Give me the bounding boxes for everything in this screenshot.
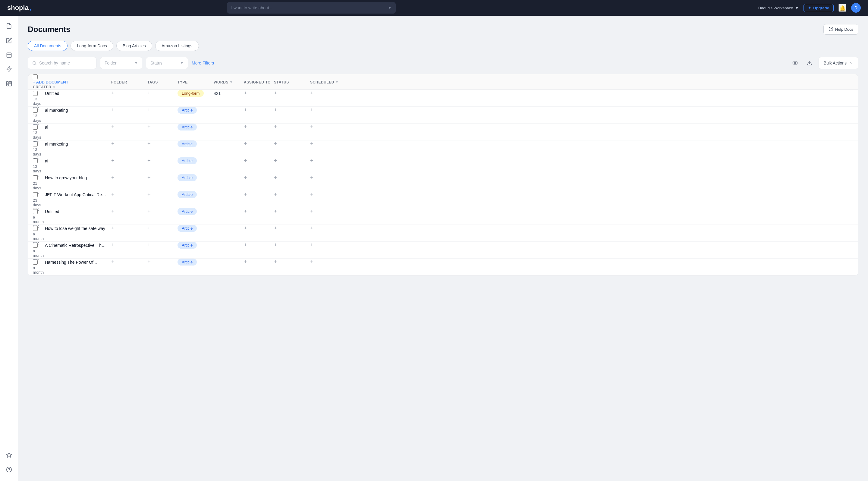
row-checkbox-cell[interactable]	[33, 192, 45, 197]
col-header-created[interactable]: CREATED ▼	[33, 85, 45, 89]
folder-add[interactable]: +	[111, 141, 147, 147]
folder-add[interactable]: +	[111, 225, 147, 231]
tab-amazon-listings[interactable]: Amazon Listings	[155, 41, 199, 51]
row-checkbox-cell[interactable]	[33, 260, 45, 265]
tags-add[interactable]: +	[147, 174, 178, 181]
assigned-add[interactable]: +	[244, 208, 274, 215]
row-checkbox-cell[interactable]	[33, 243, 45, 248]
status-add[interactable]: +	[274, 90, 310, 96]
tags-add[interactable]: +	[147, 90, 178, 96]
folder-add[interactable]: +	[111, 158, 147, 164]
assigned-add[interactable]: +	[244, 191, 274, 198]
doc-name[interactable]: ai	[45, 159, 111, 163]
sidebar-item-edit[interactable]	[3, 35, 15, 47]
row-checkbox[interactable]	[33, 209, 38, 214]
status-add[interactable]: +	[274, 191, 310, 198]
view-toggle-button[interactable]	[789, 58, 801, 68]
bulk-actions-button[interactable]: Bulk Actions	[818, 57, 858, 69]
doc-name[interactable]: ai	[45, 125, 111, 130]
tags-add[interactable]: +	[147, 107, 178, 113]
status-add[interactable]: +	[274, 225, 310, 231]
tags-add[interactable]: +	[147, 158, 178, 164]
status-add[interactable]: +	[274, 158, 310, 164]
sidebar-item-star[interactable]	[3, 450, 15, 462]
download-button[interactable]	[804, 58, 815, 68]
sidebar-item-bolt[interactable]	[3, 64, 15, 76]
doc-name[interactable]: How to lose weight the safe way	[45, 226, 111, 231]
tags-add[interactable]: +	[147, 259, 178, 265]
row-checkbox[interactable]	[33, 175, 38, 180]
row-checkbox[interactable]	[33, 192, 38, 197]
row-checkbox[interactable]	[33, 159, 38, 163]
workspace-selector[interactable]: Daoud's Workspace ▼	[758, 6, 799, 10]
doc-name[interactable]: ai marketing	[45, 108, 111, 113]
scheduled-add[interactable]: +	[310, 124, 352, 130]
row-checkbox[interactable]	[33, 125, 38, 130]
assigned-add[interactable]: +	[244, 107, 274, 113]
tags-add[interactable]: +	[147, 124, 178, 130]
row-checkbox[interactable]	[33, 260, 38, 265]
row-checkbox-cell[interactable]	[33, 159, 45, 163]
assigned-add[interactable]: +	[244, 259, 274, 265]
folder-add[interactable]: +	[111, 259, 147, 265]
search-filter[interactable]	[28, 57, 96, 69]
avatar[interactable]: D	[851, 3, 861, 13]
select-all-checkbox-cell[interactable]	[33, 74, 45, 79]
tags-add[interactable]: +	[147, 208, 178, 215]
scheduled-add[interactable]: +	[310, 158, 352, 164]
row-checkbox[interactable]	[33, 226, 38, 231]
scheduled-add[interactable]: +	[310, 259, 352, 265]
row-checkbox-cell[interactable]	[33, 125, 45, 130]
row-checkbox-cell[interactable]	[33, 91, 45, 96]
sidebar-item-document[interactable]	[3, 21, 15, 33]
assigned-add[interactable]: +	[244, 124, 274, 130]
status-add[interactable]: +	[274, 174, 310, 181]
row-checkbox-cell[interactable]	[33, 209, 45, 214]
folder-add[interactable]: +	[111, 191, 147, 198]
add-document-button[interactable]: + ADD DOCUMENT	[33, 80, 111, 85]
upgrade-button[interactable]: ✦ Upgrade	[804, 4, 834, 12]
notifications-button[interactable]: 🔔	[838, 4, 846, 12]
row-checkbox-cell[interactable]	[33, 226, 45, 231]
global-search-bar[interactable]: ▼	[227, 2, 396, 13]
scheduled-add[interactable]: +	[310, 174, 352, 181]
row-checkbox[interactable]	[33, 91, 38, 96]
row-checkbox[interactable]	[33, 243, 38, 248]
scheduled-add[interactable]: +	[310, 191, 352, 198]
search-input[interactable]	[39, 61, 92, 65]
scheduled-add[interactable]: +	[310, 141, 352, 147]
folder-add[interactable]: +	[111, 174, 147, 181]
doc-name[interactable]: How to grow your blog	[45, 175, 111, 180]
scheduled-add[interactable]: +	[310, 242, 352, 248]
select-all-checkbox[interactable]	[33, 74, 38, 79]
tab-long-form-docs[interactable]: Long-form Docs	[70, 41, 113, 51]
status-add[interactable]: +	[274, 107, 310, 113]
global-search-input[interactable]	[231, 5, 385, 10]
folder-add[interactable]: +	[111, 107, 147, 113]
folder-filter[interactable]: Folder ▼	[100, 57, 142, 69]
doc-name[interactable]: A Cinematic Retrospective: The Best...	[45, 243, 111, 248]
status-filter[interactable]: Status ▼	[146, 57, 188, 69]
folder-add[interactable]: +	[111, 242, 147, 248]
col-header-words[interactable]: WORDS ▼	[214, 80, 244, 85]
assigned-add[interactable]: +	[244, 90, 274, 96]
help-docs-button[interactable]: Help Docs	[824, 24, 858, 35]
doc-name[interactable]: ai marketing	[45, 142, 111, 147]
assigned-add[interactable]: +	[244, 174, 274, 181]
sidebar-item-dashboard[interactable]	[3, 78, 15, 90]
assigned-add[interactable]: +	[244, 158, 274, 164]
assigned-add[interactable]: +	[244, 242, 274, 248]
tab-all-documents[interactable]: All Documents	[28, 41, 67, 51]
status-add[interactable]: +	[274, 141, 310, 147]
status-add[interactable]: +	[274, 242, 310, 248]
tab-blog-articles[interactable]: Blog Articles	[116, 41, 152, 51]
sidebar-item-calendar[interactable]	[3, 50, 15, 62]
more-filters-button[interactable]: More Filters	[192, 61, 214, 65]
doc-name[interactable]: Untitled	[45, 209, 111, 214]
status-add[interactable]: +	[274, 124, 310, 130]
row-checkbox[interactable]	[33, 108, 38, 113]
row-checkbox-cell[interactable]	[33, 108, 45, 113]
tags-add[interactable]: +	[147, 191, 178, 198]
sidebar-item-help[interactable]	[3, 464, 15, 476]
tags-add[interactable]: +	[147, 141, 178, 147]
